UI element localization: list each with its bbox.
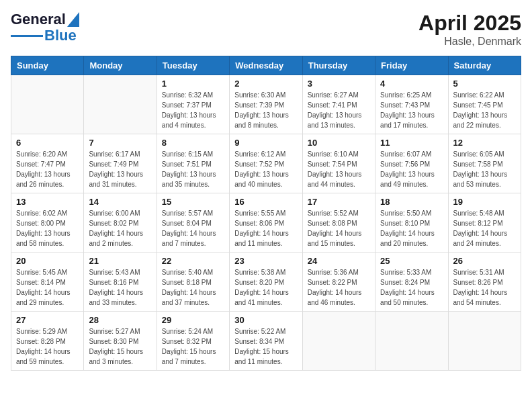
day-info: Sunrise: 5:52 AMSunset: 8:08 PMDaylight:… — [308, 208, 370, 248]
day-info: Sunrise: 5:31 AMSunset: 8:26 PMDaylight:… — [453, 267, 516, 308]
weekday-header-wednesday: Wednesday — [230, 56, 302, 75]
calendar-cell: 20Sunrise: 5:45 AMSunset: 8:14 PMDayligh… — [11, 253, 84, 312]
day-number: 19 — [453, 197, 516, 207]
day-info: Sunrise: 5:40 AMSunset: 8:18 PMDaylight:… — [162, 267, 224, 308]
calendar-cell — [11, 75, 84, 134]
day-number: 6 — [16, 138, 79, 148]
day-info: Sunrise: 5:24 AMSunset: 8:32 PMDaylight:… — [162, 326, 224, 367]
calendar-cell: 24Sunrise: 5:36 AMSunset: 8:22 PMDayligh… — [302, 253, 375, 312]
day-number: 27 — [16, 315, 79, 325]
calendar-cell: 7Sunrise: 6:17 AMSunset: 7:49 PMDaylight… — [84, 134, 157, 193]
day-info: Sunrise: 5:45 AMSunset: 8:14 PMDaylight:… — [16, 267, 79, 308]
day-number: 23 — [234, 256, 297, 266]
day-number: 7 — [89, 138, 151, 148]
day-info: Sunrise: 6:02 AMSunset: 8:00 PMDaylight:… — [16, 208, 79, 248]
day-info: Sunrise: 5:33 AMSunset: 8:24 PMDaylight:… — [380, 267, 443, 308]
calendar-cell: 16Sunrise: 5:55 AMSunset: 8:06 PMDayligh… — [230, 193, 302, 253]
calendar-cell: 27Sunrise: 5:29 AMSunset: 8:28 PMDayligh… — [11, 312, 84, 371]
calendar-header-row: SundayMondayTuesdayWednesdayThursdayFrid… — [11, 56, 521, 75]
calendar-week-5: 27Sunrise: 5:29 AMSunset: 8:28 PMDayligh… — [11, 312, 521, 371]
calendar-cell: 9Sunrise: 6:12 AMSunset: 7:52 PMDaylight… — [230, 134, 302, 193]
logo-blue: Blue — [44, 27, 77, 44]
calendar-cell: 19Sunrise: 5:48 AMSunset: 8:12 PMDayligh… — [448, 193, 521, 253]
day-number: 29 — [162, 315, 224, 325]
day-number: 14 — [89, 197, 151, 207]
day-info: Sunrise: 6:20 AMSunset: 7:47 PMDaylight:… — [16, 149, 79, 189]
day-info: Sunrise: 6:15 AMSunset: 7:51 PMDaylight:… — [162, 149, 224, 189]
day-number: 15 — [162, 197, 224, 207]
day-info: Sunrise: 6:30 AMSunset: 7:39 PMDaylight:… — [234, 90, 297, 130]
page-header: General Blue April 2025 Hasle, Denmark — [11, 11, 521, 48]
calendar-cell: 8Sunrise: 6:15 AMSunset: 7:51 PMDaylight… — [157, 134, 229, 193]
day-number: 1 — [162, 79, 224, 89]
calendar-cell: 12Sunrise: 6:05 AMSunset: 7:58 PMDayligh… — [448, 134, 521, 193]
weekday-header-saturday: Saturday — [448, 56, 521, 75]
day-info: Sunrise: 6:32 AMSunset: 7:37 PMDaylight:… — [162, 90, 224, 130]
calendar-cell: 11Sunrise: 6:07 AMSunset: 7:56 PMDayligh… — [375, 134, 448, 193]
calendar-cell: 21Sunrise: 5:43 AMSunset: 8:16 PMDayligh… — [84, 253, 157, 312]
calendar-cell: 17Sunrise: 5:52 AMSunset: 8:08 PMDayligh… — [302, 193, 375, 253]
day-info: Sunrise: 5:27 AMSunset: 8:30 PMDaylight:… — [89, 326, 151, 367]
day-number: 3 — [308, 79, 370, 89]
day-number: 21 — [89, 256, 151, 266]
calendar-cell: 1Sunrise: 6:32 AMSunset: 7:37 PMDaylight… — [157, 75, 229, 134]
calendar-cell: 18Sunrise: 5:50 AMSunset: 8:10 PMDayligh… — [375, 193, 448, 253]
day-number: 22 — [162, 256, 224, 266]
day-number: 18 — [380, 197, 443, 207]
day-number: 16 — [234, 197, 297, 207]
calendar-cell: 5Sunrise: 6:22 AMSunset: 7:45 PMDaylight… — [448, 75, 521, 134]
day-number: 9 — [234, 138, 297, 148]
logo-general: General — [11, 11, 66, 28]
day-number: 28 — [89, 315, 151, 325]
calendar-cell — [375, 312, 448, 371]
weekday-header-thursday: Thursday — [302, 56, 375, 75]
calendar-title: April 2025 Hasle, Denmark — [418, 11, 521, 48]
day-info: Sunrise: 6:25 AMSunset: 7:43 PMDaylight:… — [380, 90, 443, 130]
calendar-week-1: 1Sunrise: 6:32 AMSunset: 7:37 PMDaylight… — [11, 75, 521, 134]
day-info: Sunrise: 6:05 AMSunset: 7:58 PMDaylight:… — [453, 149, 516, 189]
day-info: Sunrise: 6:12 AMSunset: 7:52 PMDaylight:… — [234, 149, 297, 189]
day-info: Sunrise: 5:36 AMSunset: 8:22 PMDaylight:… — [308, 267, 370, 308]
calendar-table: SundayMondayTuesdayWednesdayThursdayFrid… — [11, 56, 521, 371]
calendar-cell: 30Sunrise: 5:22 AMSunset: 8:34 PMDayligh… — [230, 312, 302, 371]
calendar-week-2: 6Sunrise: 6:20 AMSunset: 7:47 PMDaylight… — [11, 134, 521, 193]
calendar-cell: 23Sunrise: 5:38 AMSunset: 8:20 PMDayligh… — [230, 253, 302, 312]
day-number: 30 — [234, 315, 297, 325]
calendar-cell: 28Sunrise: 5:27 AMSunset: 8:30 PMDayligh… — [84, 312, 157, 371]
month-year-label: April 2025 — [418, 11, 521, 36]
svg-marker-0 — [67, 12, 79, 27]
day-number: 24 — [308, 256, 370, 266]
calendar-cell — [302, 312, 375, 371]
day-info: Sunrise: 5:48 AMSunset: 8:12 PMDaylight:… — [453, 208, 516, 248]
day-info: Sunrise: 6:27 AMSunset: 7:41 PMDaylight:… — [308, 90, 370, 130]
calendar-cell: 13Sunrise: 6:02 AMSunset: 8:00 PMDayligh… — [11, 193, 84, 253]
day-info: Sunrise: 5:38 AMSunset: 8:20 PMDaylight:… — [234, 267, 297, 308]
calendar-week-4: 20Sunrise: 5:45 AMSunset: 8:14 PMDayligh… — [11, 253, 521, 312]
day-info: Sunrise: 5:57 AMSunset: 8:04 PMDaylight:… — [162, 208, 224, 248]
day-info: Sunrise: 5:50 AMSunset: 8:10 PMDaylight:… — [380, 208, 443, 248]
calendar-cell: 10Sunrise: 6:10 AMSunset: 7:54 PMDayligh… — [302, 134, 375, 193]
day-info: Sunrise: 5:55 AMSunset: 8:06 PMDaylight:… — [234, 208, 297, 248]
weekday-header-monday: Monday — [84, 56, 157, 75]
day-number: 26 — [453, 256, 516, 266]
day-number: 2 — [234, 79, 297, 89]
calendar-cell: 4Sunrise: 6:25 AMSunset: 7:43 PMDaylight… — [375, 75, 448, 134]
calendar-cell — [448, 312, 521, 371]
day-number: 17 — [308, 197, 370, 207]
logo-triangle-icon — [67, 12, 79, 27]
calendar-week-3: 13Sunrise: 6:02 AMSunset: 8:00 PMDayligh… — [11, 193, 521, 253]
day-info: Sunrise: 6:22 AMSunset: 7:45 PMDaylight:… — [453, 90, 516, 130]
day-info: Sunrise: 6:07 AMSunset: 7:56 PMDaylight:… — [380, 149, 443, 189]
calendar-cell: 22Sunrise: 5:40 AMSunset: 8:18 PMDayligh… — [157, 253, 229, 312]
weekday-header-tuesday: Tuesday — [157, 56, 229, 75]
calendar-cell: 15Sunrise: 5:57 AMSunset: 8:04 PMDayligh… — [157, 193, 229, 253]
calendar-cell — [84, 75, 157, 134]
day-info: Sunrise: 5:43 AMSunset: 8:16 PMDaylight:… — [89, 267, 151, 308]
calendar-cell: 6Sunrise: 6:20 AMSunset: 7:47 PMDaylight… — [11, 134, 84, 193]
day-number: 10 — [308, 138, 370, 148]
day-number: 4 — [380, 79, 443, 89]
calendar-cell: 3Sunrise: 6:27 AMSunset: 7:41 PMDaylight… — [302, 75, 375, 134]
calendar-cell: 2Sunrise: 6:30 AMSunset: 7:39 PMDaylight… — [230, 75, 302, 134]
day-info: Sunrise: 5:29 AMSunset: 8:28 PMDaylight:… — [16, 326, 79, 367]
calendar-cell: 29Sunrise: 5:24 AMSunset: 8:32 PMDayligh… — [157, 312, 229, 371]
